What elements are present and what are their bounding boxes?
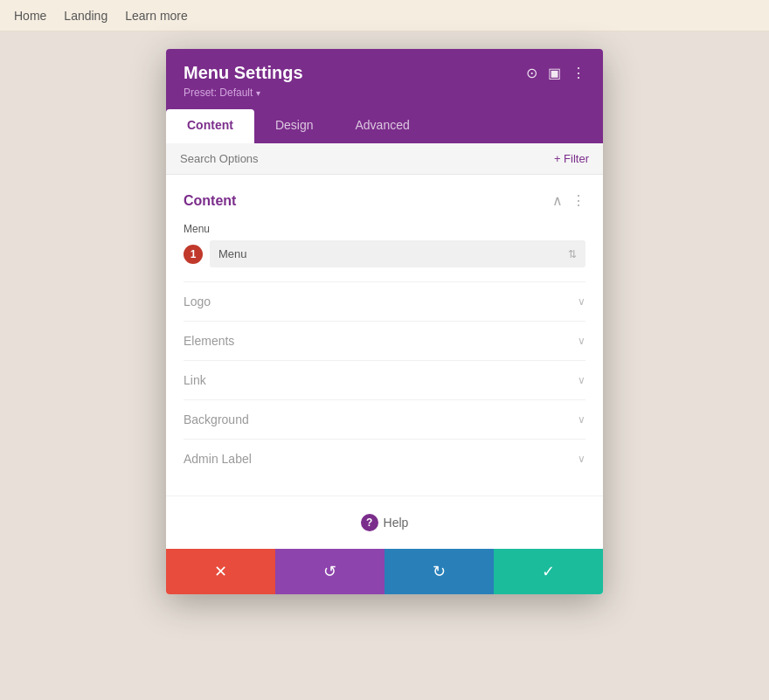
background-chevron-icon: ∨	[578, 413, 585, 426]
menu-field-group: Menu 1 Menu Primary Menu Footer Menu ⇅	[184, 223, 585, 267]
menu-badge: 1	[184, 245, 203, 264]
settings-panel: Menu Settings ⊙ ▣ ⋮ Preset: Default ▾ Co…	[166, 49, 603, 594]
collapse-section-button[interactable]: ∧	[552, 192, 563, 209]
menu-select-wrapper: Menu Primary Menu Footer Menu ⇅	[210, 240, 585, 267]
tab-bar: Content Design Advanced	[166, 109, 603, 143]
confirm-button[interactable]: ✓	[494, 549, 603, 594]
panel-header: Menu Settings ⊙ ▣ ⋮ Preset: Default ▾	[166, 49, 603, 109]
tab-advanced[interactable]: Advanced	[334, 109, 430, 143]
top-nav: Home Landing Learn more	[0, 0, 769, 31]
admin-label-section[interactable]: Admin Label ∨	[184, 439, 585, 478]
section-title: Content	[184, 193, 236, 209]
elements-chevron-icon: ∨	[578, 335, 585, 347]
menu-select[interactable]: Menu Primary Menu Footer Menu	[210, 240, 585, 267]
split-view-icon[interactable]: ▣	[548, 65, 561, 81]
undo-button[interactable]: ↺	[275, 549, 384, 594]
header-icons: ⊙ ▣ ⋮	[526, 65, 585, 81]
link-chevron-icon: ∨	[578, 374, 585, 386]
cancel-button[interactable]: ✕	[166, 549, 275, 594]
panel-title: Menu Settings	[184, 63, 303, 83]
menu-field-row: 1 Menu Primary Menu Footer Menu ⇅	[184, 240, 585, 267]
preset-label[interactable]: Preset: Default ▾	[184, 87, 585, 99]
background-section[interactable]: Background ∨	[184, 399, 585, 439]
panel-body: Content ∧ ⋮ Menu 1 Menu Primary Menu Foo…	[166, 175, 603, 496]
section-more-button[interactable]: ⋮	[572, 192, 585, 209]
nav-learn-more[interactable]: Learn more	[125, 9, 188, 23]
tab-design[interactable]: Design	[254, 109, 335, 143]
admin-label-chevron-icon: ∨	[578, 453, 585, 465]
nav-home[interactable]: Home	[14, 9, 46, 23]
tab-content[interactable]: Content	[166, 109, 254, 143]
filter-button[interactable]: + Filter	[554, 152, 589, 165]
focus-icon[interactable]: ⊙	[526, 65, 537, 81]
section-controls: ∧ ⋮	[552, 192, 585, 209]
more-options-icon[interactable]: ⋮	[572, 65, 585, 81]
help-section: ? Help	[166, 496, 603, 549]
search-bar: + Filter	[166, 143, 603, 175]
logo-section[interactable]: Logo ∨	[184, 281, 585, 321]
modal-overlay: Menu Settings ⊙ ▣ ⋮ Preset: Default ▾ Co…	[0, 31, 769, 700]
redo-button[interactable]: ↻	[384, 549, 494, 594]
nav-landing[interactable]: Landing	[64, 9, 107, 23]
search-input[interactable]	[180, 152, 554, 165]
logo-chevron-icon: ∨	[578, 295, 585, 308]
help-button[interactable]: ? Help	[361, 514, 409, 531]
action-bar: ✕ ↺ ↻ ✓	[166, 549, 603, 594]
preset-chevron-icon: ▾	[256, 88, 260, 98]
section-header: Content ∧ ⋮	[184, 192, 585, 209]
menu-field-label: Menu	[184, 223, 585, 235]
elements-section[interactable]: Elements ∨	[184, 321, 585, 360]
help-icon: ?	[361, 514, 378, 531]
link-section[interactable]: Link ∨	[184, 360, 585, 399]
